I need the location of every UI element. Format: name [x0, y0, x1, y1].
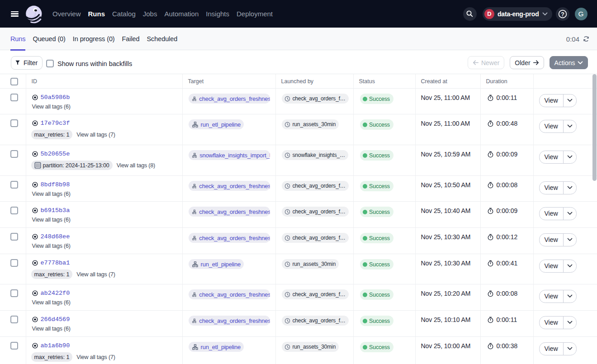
svg-text:?: ?: [561, 11, 564, 17]
